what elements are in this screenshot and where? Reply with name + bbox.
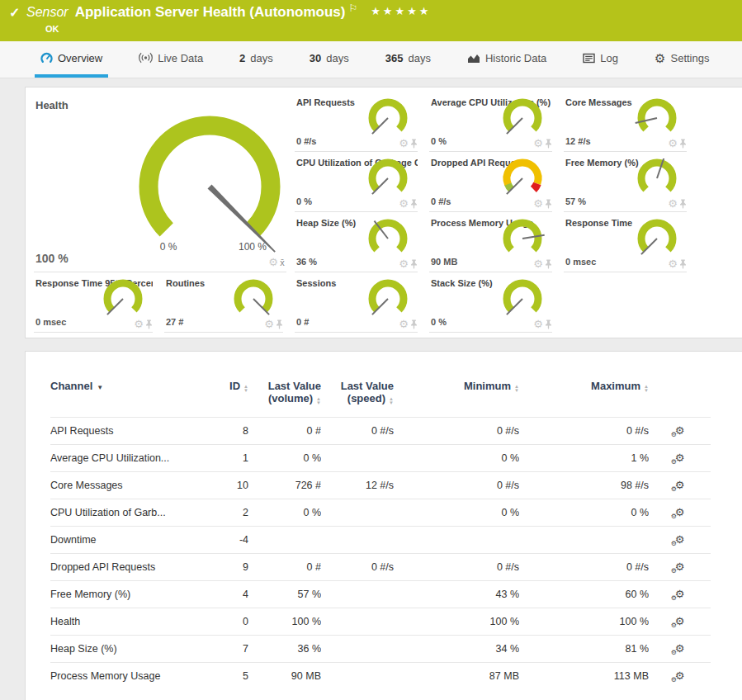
channel-row-api-requests[interactable]: API Requests80 #0 #/s0 #/s0 #/s⚙⚙: [50, 418, 711, 445]
tab-365-days[interactable]: 365days: [380, 41, 437, 78]
channel-settings-gears-icon[interactable]: ⚙⚙: [675, 561, 685, 573]
gauge-pin-icon[interactable]: [410, 139, 418, 149]
sort-desc-icon: ▼: [97, 384, 103, 391]
channel-settings-gears-icon[interactable]: ⚙⚙: [675, 670, 685, 682]
channel-value: 90 MB: [248, 663, 321, 690]
status-ok-check-icon: ✓: [9, 5, 20, 21]
channel-value: 87 MB: [394, 663, 519, 690]
column-header-id[interactable]: ID▲▼: [197, 370, 248, 418]
tab-overview[interactable]: Overview: [35, 41, 108, 78]
channel-settings-gears-icon[interactable]: ⚙⚙: [675, 452, 685, 464]
column-header-maximum[interactable]: Maximum▲▼: [519, 370, 649, 418]
gauge-pin-icon[interactable]: [545, 199, 552, 209]
tab-log[interactable]: Log: [577, 41, 624, 78]
gauge-pin-icon[interactable]: [410, 319, 418, 329]
channel-value: 0: [197, 608, 248, 636]
gauge-pin-icon[interactable]: [410, 259, 418, 269]
channel-name: Process Memory Usage: [50, 663, 197, 690]
gauge-settings-gear-icon[interactable]: ⚙: [533, 198, 543, 209]
channel-settings-gears-icon[interactable]: ⚙⚙: [675, 480, 685, 491]
gauge-settings-gear-icon[interactable]: ⚙: [268, 257, 278, 267]
channel-settings-gears-icon[interactable]: ⚙⚙: [675, 643, 685, 655]
channel-settings-gears-icon[interactable]: ⚙⚙: [675, 425, 685, 437]
channel-value: 113 MB: [519, 663, 649, 690]
gauge-pin-icon[interactable]: [276, 319, 283, 329]
gauge-settings-gear-icon[interactable]: ⚙: [668, 258, 678, 269]
gauge-value: 12 #/s: [565, 136, 591, 146]
gauge-pin-icon[interactable]: [679, 199, 687, 209]
gauge-settings-gear-icon[interactable]: ⚙: [668, 198, 678, 209]
channel-row-process-memory-usage[interactable]: Process Memory Usage590 MB87 MB113 MB⚙⚙: [50, 663, 711, 690]
gauge-settings-gear-icon[interactable]: ⚙: [399, 198, 409, 209]
channel-value: 100 %: [394, 608, 519, 636]
gauge-settings-gear-icon[interactable]: ⚙: [134, 319, 144, 329]
tab-settings[interactable]: ⚙Settings: [649, 41, 715, 78]
column-header-minimum[interactable]: Minimum▲▼: [394, 370, 519, 418]
gauge-value: 0 %: [431, 317, 447, 327]
channel-value: 12 #/s: [321, 472, 394, 499]
gauge-settings-gear-icon[interactable]: ⚙: [399, 319, 409, 329]
gauge-settings-gear-icon[interactable]: ⚙: [399, 138, 409, 149]
channel-value: 9: [197, 554, 248, 581]
channel-settings-gears-icon[interactable]: ⚙⚙: [675, 534, 685, 546]
channel-row-downtime[interactable]: Downtime-4⚙⚙: [50, 527, 711, 554]
gauge-pin-icon[interactable]: [545, 259, 552, 269]
gauge-cell-free-memory: Free Memory (%)57 %⚙: [564, 156, 690, 212]
channel-row-average-cpu-utilization[interactable]: Average CPU Utilization...10 %0 %1 %⚙⚙: [50, 445, 711, 472]
channel-row-core-messages[interactable]: Core Messages10726 #12 #/s0 #/s98 #/s⚙⚙: [50, 472, 711, 499]
gauge-settings-gear-icon[interactable]: ⚙: [668, 138, 678, 149]
tab-historic-data[interactable]: Historic Data: [461, 41, 552, 78]
gauge-cell-routines: Routines27 #⚙: [164, 277, 286, 333]
gauge-cell-heap-size: Heap Size (%)36 %⚙: [295, 216, 421, 272]
channel-name: Health: [50, 608, 197, 636]
tab-2-days[interactable]: 2days: [234, 41, 279, 78]
channel-value: 0 %: [394, 499, 519, 527]
gauge-pin-icon[interactable]: [545, 319, 552, 329]
channel-value: [248, 527, 321, 554]
channel-row-dropped-api-requests[interactable]: Dropped API Requests90 #0 #/s0 #/s0 #/s⚙…: [50, 554, 711, 581]
channel-row-free-memory[interactable]: Free Memory (%)457 %43 %60 %⚙⚙: [50, 581, 711, 608]
channel-row-heap-size[interactable]: Heap Size (%)736 %34 %81 %⚙⚙: [50, 636, 711, 663]
gauge-settings-gear-icon[interactable]: ⚙: [264, 319, 274, 329]
area-chart-icon: [467, 53, 480, 64]
channel-value: 5: [197, 663, 248, 690]
gauge-cell-sessions: Sessions0 #⚙: [295, 277, 421, 333]
column-header-channel[interactable]: Channel▼: [50, 370, 197, 418]
gauge-pin-icon[interactable]: [679, 259, 687, 269]
column-label: Channel: [50, 380, 92, 392]
channel-value: [519, 527, 649, 554]
channel-settings-gears-icon[interactable]: ⚙⚙: [675, 616, 685, 627]
channel-value: 81 %: [519, 636, 649, 663]
channel-settings-gears-icon[interactable]: ⚙⚙: [675, 507, 685, 518]
gauge-pin-icon[interactable]: [679, 139, 687, 149]
gauge-settings-gear-icon[interactable]: ⚙: [533, 138, 543, 149]
channel-value: 726 #: [248, 472, 321, 499]
channel-value: [394, 527, 519, 554]
channel-value: [321, 581, 394, 608]
channel-settings-gears-icon[interactable]: ⚙⚙: [675, 589, 685, 600]
column-header-last-value-volume[interactable]: Last Value (volume)▲▼: [248, 370, 321, 418]
channel-row-health[interactable]: Health0100 %100 %100 %⚙⚙: [50, 608, 711, 636]
broadcast-icon: [139, 52, 153, 64]
column-header-last-value-speed[interactable]: Last Value (speed)▲▼: [321, 370, 394, 418]
object-kind-label: Sensor: [26, 5, 69, 20]
gauge-pin-icon[interactable]: [545, 139, 552, 149]
tab-live-data[interactable]: Live Data: [133, 41, 209, 78]
sort-icon: ▲▼: [644, 385, 649, 393]
gauge-pin-icon[interactable]: [145, 319, 153, 329]
gauge-settings-gear-icon[interactable]: ⚙: [533, 258, 543, 269]
channel-name: Dropped API Requests: [50, 554, 197, 581]
priority-stars[interactable]: ★★★★★: [371, 5, 431, 17]
gauge-settings-gear-icon[interactable]: ⚙: [533, 319, 543, 329]
column-label: Minimum: [464, 380, 511, 392]
gauge-cell-response-time-95th-percentile: Response Time 95th Percentile0 msec⚙: [34, 277, 156, 333]
tab-30-days[interactable]: 30days: [304, 41, 355, 78]
gauge-cell-response-time: Response Time0 msec⚙: [564, 216, 690, 272]
channel-value: [321, 527, 394, 554]
gauge-settings-gear-icon[interactable]: ⚙: [399, 258, 409, 269]
channel-name: Heap Size (%): [50, 636, 197, 663]
gauge-pin-icon[interactable]: [410, 199, 418, 209]
gauge-cell-average-cpu-utilization: Average CPU Utilization (%)0 %⚙: [429, 96, 555, 152]
channel-row-cpu-utilization-of-garb[interactable]: CPU Utilization of Garb...20 %0 %0 %⚙⚙: [50, 499, 711, 527]
channel-actions-cell: ⚙⚙: [649, 527, 711, 554]
